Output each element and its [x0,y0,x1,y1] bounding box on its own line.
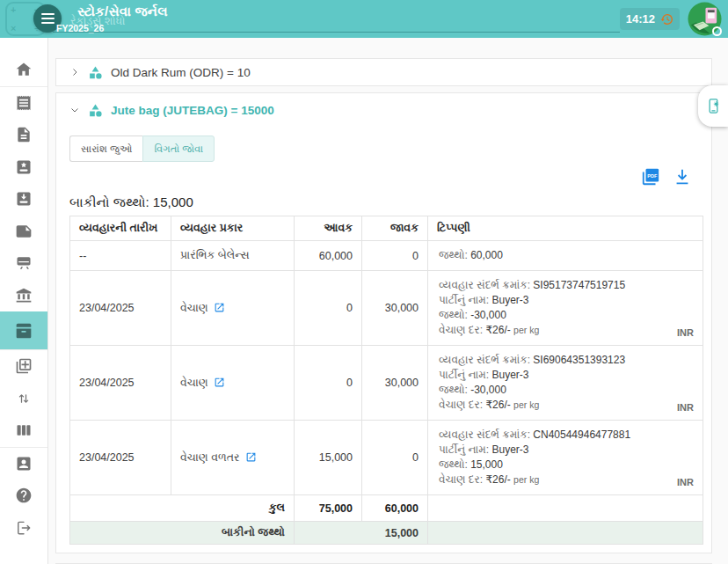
download-icon[interactable] [673,167,692,187]
open-in-new-icon[interactable] [214,302,225,313]
sidebar-item-home[interactable] [0,54,47,86]
tab-view-summary[interactable]: સારાંશ જુઓ [69,136,142,162]
home-icon [15,61,33,78]
sidebar-item-journal[interactable] [0,87,47,120]
fiscal-year-label: FY2025_26 [56,23,104,33]
sidebar-item-columns[interactable] [0,414,47,447]
col-header-inward: આવક [295,216,362,241]
logout-icon [15,519,33,537]
stock-item-old-dark-rum: Old Dark Rum (ODR) = 10 [55,58,712,86]
page-title: સ્ટોક/સેવા જર્નલ [77,4,168,19]
cell-date: 23/04/2025 [70,271,171,346]
help-icon [15,487,33,504]
total-inward: 75,000 [295,495,362,522]
table-row: -- પ્રારંભિક બેલેન્સ 60,000 0 જથ્થો: 60,… [70,241,703,271]
cell-type: વેચાણ [171,271,295,346]
history-icon [659,12,673,26]
cell-date: 23/04/2025 [70,421,171,495]
item-star-icon [15,158,33,176]
table-row: 23/04/2025 વેચાણ 0 30,000 વ્યવહાર સંદર્ભ… [70,346,703,421]
cell-type: વેચાણ વળતર [171,421,295,495]
total-label: કુલ [70,495,295,522]
cell-date: 23/04/2025 [70,346,171,421]
avatar-status-ring [712,26,722,36]
closing-quantity-heading: બાકીનો જથ્થો: 15,000 [69,194,711,210]
cell-inward: 60,000 [295,241,362,271]
library-add-icon [15,357,33,375]
receipt-icon [15,94,33,112]
chevron-right-icon [69,67,80,77]
search-underline [53,32,620,33]
accordion-jute-bag[interactable]: Jute bag (JUTEBAG) = 15000 [56,93,711,123]
table-header-row: વ્યવહારની તારીખ વ્યવહાર પ્રકાર આવક જાવક … [70,216,703,241]
cell-note: વ્યવહાર સંદર્ભ ક્રમાંક: SI69064351393123… [428,346,703,421]
document-icon [15,126,33,143]
total-note-empty [428,495,703,522]
app-bar: +−×÷ સ્ટોક/સેવા જર્નલ રેકોર્ડ્સ શોધો FY2… [0,0,728,38]
cell-date: -- [70,241,171,271]
columns-icon [15,421,33,439]
cell-type: પ્રારંભિક બેલેન્સ [171,241,295,271]
session-time: 14:12 [626,12,655,26]
stock-ledger-table: વ્યવહારની તારીખ વ્યવહાર પ્રકાર આવક જાવક … [69,216,703,545]
svg-text:PDF: PDF [647,173,658,179]
bank-icon [15,287,33,304]
table-total-row: કુલ 75,000 60,000 [70,495,703,522]
currency-code: INR [677,327,694,338]
open-in-new-icon[interactable] [214,377,225,388]
table-row: 23/04/2025 વેચાણ વળતર 15,000 0 વ્યવહાર સ… [70,421,703,495]
table-closing-row: બાકીનો જથ્થો 15,000 [70,522,703,545]
currency-code: INR [677,402,694,413]
col-header-note: ટિપ્પણી [428,216,703,241]
col-header-date: વ્યવહારની તારીખ [70,216,171,241]
sidebar-item-bank[interactable] [0,280,47,312]
cell-outward: 0 [362,241,428,271]
chevron-down-icon [69,105,80,115]
sidebar-item-logout[interactable] [0,512,47,545]
sidebar-item-inventory-active[interactable] [0,311,47,349]
cell-type: વેચાણ [171,346,295,421]
sidebar-item-notes[interactable] [0,216,47,248]
sidebar [0,38,48,564]
sidebar-item-account[interactable] [0,448,47,480]
stock-item-jute-bag-expanded: Jute bag (JUTEBAG) = 15000 સારાંશ જુઓ વિ… [55,92,712,553]
cell-note: વ્યવહાર સંદર્ભ ક્રમાંક: SI95173747519715… [428,271,703,346]
category-icon [88,65,103,80]
closing-label: બાકીનો જથ્થો [70,522,295,545]
col-header-type: વ્યવહાર પ્રકાર [171,216,295,241]
open-in-new-icon[interactable] [245,451,257,463]
sidebar-item-transfer[interactable] [0,383,47,415]
stock-item-label: Jute bag (JUTEBAG) = 15000 [111,104,274,117]
sidebar-item-add-entry[interactable] [0,350,47,383]
phone-settings-icon [705,98,722,114]
avatar[interactable] [688,2,722,36]
sidebar-item-help[interactable] [0,480,47,512]
cell-outward: 30,000 [362,271,428,346]
session-timer-badge[interactable]: 14:12 [620,8,680,30]
account-box-icon [15,455,33,472]
note-icon [15,223,33,240]
cell-inward: 15,000 [295,421,362,495]
tab-view-details[interactable]: વિગતો જોવા [142,136,215,162]
total-outward: 60,000 [362,495,428,522]
terminal-icon [15,254,33,272]
cell-outward: 0 [362,421,428,495]
category-icon [88,103,103,118]
col-header-outward: જાવક [362,216,428,241]
device-settings-flyout-button[interactable] [698,85,728,127]
cell-inward: 0 [295,271,362,346]
sidebar-item-documents[interactable] [0,119,47,151]
stock-item-label: Old Dark Rum (ODR) = 10 [111,66,251,79]
sidebar-item-items[interactable] [0,151,47,184]
accordion-old-dark-rum[interactable]: Old Dark Rum (ODR) = 10 [56,59,711,85]
closing-value: 15,000 [295,522,428,545]
export-pdf-icon[interactable]: PDF [641,167,660,187]
inventory-icon [15,322,33,340]
sidebar-item-inward[interactable] [0,183,47,216]
swap-vert-icon [15,390,33,407]
view-toggle-group: સારાંશ જુઓ વિગતો જોવા [69,136,711,162]
closing-note-empty [428,522,703,545]
sidebar-item-terminal[interactable] [0,247,47,280]
export-toolbar: PDF [56,167,711,187]
currency-code: INR [677,477,694,487]
